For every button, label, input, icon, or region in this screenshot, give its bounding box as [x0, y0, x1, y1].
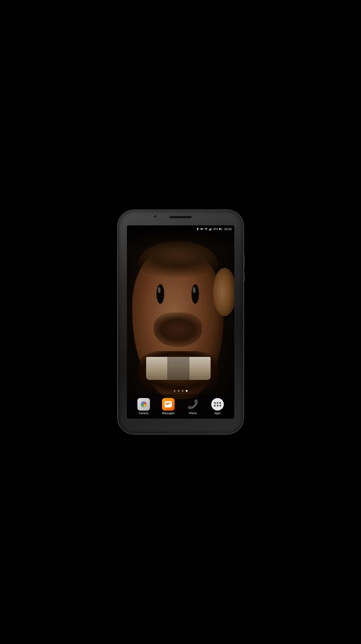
apps-label: Apps — [214, 412, 220, 415]
svg-rect-6 — [210, 228, 211, 230]
phone-label: Phone — [189, 412, 197, 415]
speaker-grille — [169, 216, 192, 218]
msg-line-2 — [166, 404, 169, 405]
dock: Camera Messages — [127, 394, 234, 418]
messages-app-icon[interactable] — [162, 398, 175, 410]
phone-handset-icon: 📞 — [187, 400, 199, 409]
phone-screen: 45% 14:10 — [127, 226, 234, 418]
chimp-eye-right — [191, 284, 199, 304]
apps-dot-5 — [217, 405, 218, 406]
phone-app-icon[interactable]: 📞 — [187, 398, 199, 410]
apps-grid — [212, 400, 223, 409]
svg-rect-4 — [209, 230, 209, 230]
wallpaper — [127, 226, 234, 418]
home-bar — [167, 427, 194, 429]
phone-device: 45% 14:10 — [118, 210, 243, 434]
dock-item-camera[interactable]: Camera — [137, 398, 150, 415]
svg-marker-0 — [201, 228, 202, 230]
messages-label: Messages — [162, 412, 174, 415]
apps-dot-1 — [214, 402, 216, 404]
chimp-teeth — [146, 357, 211, 380]
apps-dot-3 — [219, 402, 221, 404]
apps-dot-4 — [214, 405, 216, 406]
chimp-eye-left — [156, 284, 165, 304]
battery-percentage: 45% — [213, 228, 218, 230]
svg-rect-10 — [219, 228, 220, 230]
svg-point-3 — [206, 230, 206, 230]
dock-item-messages[interactable]: Messages — [162, 398, 175, 415]
mute-icon — [200, 228, 203, 230]
status-bar: 45% 14:10 — [127, 226, 234, 232]
svg-rect-7 — [211, 228, 212, 230]
front-camera — [154, 215, 156, 218]
battery-icon — [219, 228, 222, 230]
camera-app-icon[interactable] — [137, 398, 150, 410]
page-dot-4[interactable] — [186, 390, 188, 392]
dock-item-apps[interactable]: Apps — [211, 398, 224, 415]
message-bubble — [165, 401, 172, 408]
signal-icon — [209, 228, 212, 230]
status-time: 14:10 — [224, 228, 232, 231]
msg-line-1 — [166, 403, 171, 404]
camera-color-wheel — [141, 402, 146, 407]
camera-label: Camera — [139, 412, 148, 415]
svg-rect-9 — [222, 228, 222, 229]
svg-rect-5 — [209, 229, 210, 230]
wifi-icon — [205, 228, 208, 230]
chimp-nose — [154, 312, 202, 347]
page-dot-3[interactable] — [182, 390, 184, 392]
camera-lens — [141, 401, 147, 408]
dock-item-phone[interactable]: 📞 Phone — [187, 398, 199, 415]
page-dot-1[interactable] — [174, 390, 175, 392]
apps-app-icon[interactable] — [211, 398, 224, 410]
bluetooth-icon — [196, 228, 199, 230]
apps-dot-6 — [219, 405, 221, 406]
page-dot-2[interactable] — [178, 390, 179, 392]
apps-dot-2 — [217, 402, 218, 404]
page-indicators — [127, 390, 234, 392]
